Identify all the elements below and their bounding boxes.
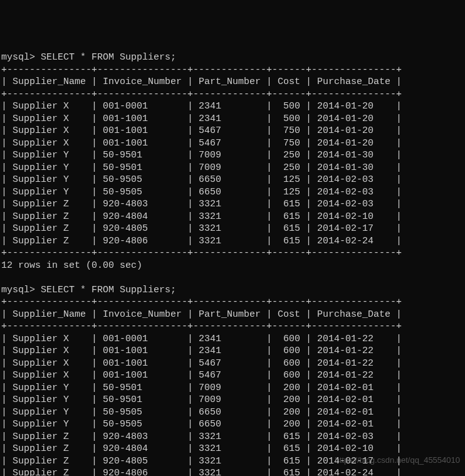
table-row: | Supplier X | 001-1001 | 5467 | 600 | 2… xyxy=(1,357,464,370)
sql-prompt-1: mysql> SELECT * FROM Suppliers; xyxy=(1,51,464,64)
table-row: | Supplier Z | 920-4803 | 3321 | 615 | 2… xyxy=(1,198,464,211)
table-row: | Supplier X | 001-0001 | 2341 | 500 | 2… xyxy=(1,100,464,113)
table-row: | Supplier X | 001-1001 | 2341 | 600 | 2… xyxy=(1,345,464,357)
table1-header: | Supplier_Name | Invoice_Number | Part_… xyxy=(1,76,464,88)
table-row: | Supplier Y | 50-9505 | 6650 | 200 | 20… xyxy=(1,418,464,431)
table2-header: | Supplier_Name | Invoice_Number | Part_… xyxy=(1,309,464,321)
table2-border-top: +---------------+----------------+------… xyxy=(1,296,464,309)
table1-footer: 12 rows in set (0.00 sec) xyxy=(1,260,464,272)
table-row: | Supplier Z | 920-4805 | 3321 | 615 | 2… xyxy=(1,223,464,235)
table-row: | Supplier Y | 50-9505 | 6650 | 125 | 20… xyxy=(1,174,464,186)
table2-border-mid: +---------------+----------------+------… xyxy=(1,320,464,333)
table-row: | Supplier Y | 50-9501 | 7009 | 250 | 20… xyxy=(1,162,464,174)
table1-border-top: +---------------+----------------+------… xyxy=(1,64,464,77)
table1-border-bot: +---------------+----------------+------… xyxy=(1,247,464,260)
table-row: | Supplier Y | 50-9501 | 7009 | 200 | 20… xyxy=(1,382,464,394)
terminal-output: mysql> SELECT * FROM Suppliers;+--------… xyxy=(1,51,464,476)
table-row: | Supplier X | 001-1001 | 2341 | 500 | 2… xyxy=(1,113,464,125)
table-row: | Supplier X | 001-1001 | 5467 | 750 | 2… xyxy=(1,137,464,150)
table-row: | Supplier Z | 920-4806 | 3321 | 615 | 2… xyxy=(1,235,464,248)
table-row: | Supplier Z | 920-4804 | 3321 | 615 | 2… xyxy=(1,211,464,223)
table-row: | Supplier Z | 920-4803 | 3321 | 615 | 2… xyxy=(1,431,464,443)
sql-prompt-2: mysql> SELECT * FROM Suppliers; xyxy=(1,284,464,297)
table-row: | Supplier X | 001-1001 | 5467 | 600 | 2… xyxy=(1,369,464,382)
table-row: | Supplier Y | 50-9501 | 7009 | 250 | 20… xyxy=(1,149,464,162)
table-row: | Supplier Y | 50-9505 | 6650 | 200 | 20… xyxy=(1,406,464,419)
table-row: | Supplier Y | 50-9505 | 6650 | 125 | 20… xyxy=(1,186,464,199)
table-row: | Supplier Z | 920-4806 | 3321 | 615 | 2… xyxy=(1,467,464,476)
table1-border-mid: +---------------+----------------+------… xyxy=(1,88,464,101)
watermark-text: https://blog.csdn.net/qq_45554010 xyxy=(335,455,461,466)
blank-line xyxy=(1,272,464,284)
table-row: | Supplier Y | 50-9501 | 7009 | 200 | 20… xyxy=(1,394,464,406)
table-row: | Supplier X | 001-0001 | 2341 | 600 | 2… xyxy=(1,333,464,346)
table-row: | Supplier Z | 920-4804 | 3321 | 615 | 2… xyxy=(1,443,464,455)
table-row: | Supplier X | 001-1001 | 5467 | 750 | 2… xyxy=(1,125,464,137)
